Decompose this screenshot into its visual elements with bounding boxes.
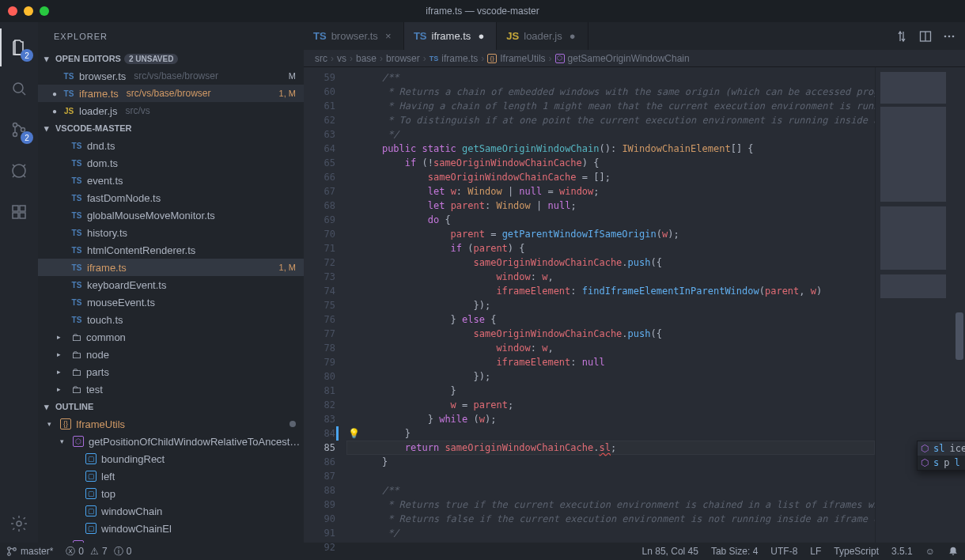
editor-tab[interactable]: TS iframe.ts ● <box>404 22 497 50</box>
file-item[interactable]: TS globalMouseMoveMonitor.ts <box>38 206 304 224</box>
file-name: htmlContentRenderer.ts <box>87 244 195 256</box>
breadcrumb-item[interactable]: TSiframe.ts <box>430 53 479 64</box>
file-item[interactable]: TS htmlContentRenderer.ts <box>38 241 304 259</box>
folder-item[interactable]: ▸ 🗀 parts <box>38 363 304 380</box>
editor-tab[interactable]: JS loader.js ● <box>497 22 588 50</box>
dirty-indicator[interactable]: ● <box>567 30 578 42</box>
symbol-fld-icon: ▢ <box>85 523 96 534</box>
open-editor-item[interactable]: TS browser.ts src/vs/base/browser M <box>38 67 304 85</box>
file-icon: TS <box>71 194 82 202</box>
tab-label: iframe.ts <box>432 30 471 42</box>
chevron-down-icon: ▾ <box>41 402 52 412</box>
activity-settings[interactable] <box>0 505 38 543</box>
minimap[interactable] <box>875 67 954 543</box>
outline-item[interactable]: ▢ boundingRect <box>38 450 304 467</box>
outline-item[interactable]: ▾ ⬡ getSameOriginWindowChain1 <box>38 537 304 543</box>
intellisense-widget[interactable]: ⬡ slice (method) Array.slice(st… ⓘ⬡ spli… <box>917 441 965 471</box>
breadcrumb-item[interactable]: src <box>315 53 327 64</box>
editor-scrollbar[interactable] <box>954 67 965 543</box>
compare-changes-icon[interactable] <box>895 30 908 43</box>
folder-item[interactable]: ▸ 🗀 node <box>38 346 304 363</box>
file-name: touch.ts <box>87 314 123 326</box>
status-eol[interactable]: LF <box>804 543 827 560</box>
file-item[interactable]: TS touch.ts <box>38 311 304 328</box>
file-item[interactable]: TS history.ts <box>38 224 304 241</box>
activity-search[interactable] <box>0 70 38 108</box>
sidebar-title: EXPLORER <box>38 22 304 50</box>
workspace-header[interactable]: ▾ VSCODE-MASTER <box>38 119 304 137</box>
sidebar: EXPLORER ▾ OPEN EDITORS 2 UNSAVED TS bro… <box>38 22 304 543</box>
breadcrumb-item[interactable]: base <box>356 53 377 64</box>
status-encoding[interactable]: UTF-8 <box>764 543 804 560</box>
symbol-name: windowChainEl <box>101 523 172 535</box>
breadcrumb-item[interactable]: browser <box>386 53 420 64</box>
file-icon: TS <box>71 142 82 150</box>
outline-item[interactable]: ▾ {} IframeUtils <box>38 415 304 433</box>
file-name: loader.js <box>79 105 117 117</box>
breadcrumb-item[interactable]: {}IframeUtils <box>487 53 545 64</box>
symbol-mtd-icon: ⬡ <box>73 436 84 447</box>
dirty-indicator[interactable]: ● <box>475 30 486 42</box>
more-actions-icon[interactable] <box>943 30 956 43</box>
suggestion-item[interactable]: ⬡ splice <box>918 456 965 470</box>
code-content[interactable]: /** * Returns a chain of embedded window… <box>346 67 875 543</box>
file-icon: JS <box>63 107 74 115</box>
svg-point-1 <box>13 123 17 127</box>
status-ts-version[interactable]: 3.5.1 <box>885 543 919 560</box>
activity-debug[interactable] <box>0 152 38 190</box>
status-problems[interactable]: ⓧ0 ⚠7 ⓘ0 <box>59 543 138 560</box>
editor-tab[interactable]: TS browser.ts × <box>304 22 404 50</box>
outline-item[interactable]: ▾ ⬡ getPositionOfChildWindowRelativeToAn… <box>38 433 304 450</box>
file-item[interactable]: TS dom.ts <box>38 154 304 172</box>
close-icon[interactable]: × <box>383 30 394 42</box>
file-item[interactable]: TS keyboardEvent.ts <box>38 276 304 293</box>
file-item[interactable]: TS dnd.ts <box>38 137 304 154</box>
status-feedback-icon[interactable]: ☺ <box>919 543 941 560</box>
chevron-icon: ▾ <box>60 437 68 445</box>
lightbulb-icon[interactable]: 💡 <box>348 428 360 439</box>
suggestion-item[interactable]: ⬡ slice (method) Array.slice(st… ⓘ <box>918 441 965 456</box>
svg-rect-6 <box>20 206 25 211</box>
file-name: mouseEvent.ts <box>87 297 155 308</box>
symbol-method-icon: ⬡ <box>921 443 929 454</box>
status-bar: master* ⓧ0 ⚠7 ⓘ0 Ln 85, Col 45 Tab Size:… <box>0 543 965 560</box>
scm-badge: 2 <box>21 131 33 144</box>
chevron-icon: ▾ <box>47 420 55 428</box>
file-item[interactable]: TS fastDomNode.ts <box>38 189 304 206</box>
outline-item[interactable]: ▢ left <box>38 467 304 485</box>
split-editor-icon[interactable] <box>919 30 932 43</box>
outline-item[interactable]: ▢ windowChain <box>38 502 304 520</box>
breadcrumb-item[interactable]: vs <box>337 53 346 64</box>
status-indent[interactable]: Tab Size: 4 <box>705 543 764 560</box>
chevron-right-icon: ▸ <box>57 350 66 358</box>
activity-bar: 2 2 <box>0 22 38 543</box>
outline-header[interactable]: ▾ OUTLINE <box>38 398 304 415</box>
status-cursor[interactable]: Ln 85, Col 45 <box>636 543 705 560</box>
status-bell-icon[interactable] <box>941 543 965 560</box>
file-item[interactable]: TS mouseEvent.ts <box>38 293 304 311</box>
folder-item[interactable]: ▸ 🗀 common <box>38 328 304 346</box>
breadcrumb-item[interactable]: ⬡getSameOriginWindowChain <box>555 53 690 64</box>
file-name: iframe.ts <box>79 88 119 100</box>
file-item[interactable]: TS iframe.ts 1, M <box>38 259 304 276</box>
symbol-fld-icon: ▢ <box>85 453 96 464</box>
open-editor-item[interactable]: ● TS iframe.ts src/vs/base/browser 1, M <box>38 85 304 102</box>
folder-item[interactable]: ▸ 🗀 test <box>38 380 304 398</box>
outline-item[interactable]: ▢ top <box>38 485 304 502</box>
breadcrumbs[interactable]: src›vs›base›browser›TSiframe.ts›{}Iframe… <box>304 50 965 67</box>
status-branch[interactable]: master* <box>0 543 59 560</box>
tab-label: loader.js <box>524 30 562 42</box>
window-title: iframe.ts — vscode-master <box>0 6 965 17</box>
activity-explorer[interactable]: 2 <box>0 28 38 66</box>
editor[interactable]: 5960616263646566676869707172737475767778… <box>304 67 965 543</box>
open-editors-header[interactable]: ▾ OPEN EDITORS 2 UNSAVED <box>38 50 304 67</box>
outline-item[interactable]: ▢ windowChainEl <box>38 520 304 537</box>
activity-scm[interactable]: 2 <box>0 111 38 149</box>
file-item[interactable]: TS event.ts <box>38 172 304 189</box>
svg-point-16 <box>13 548 17 551</box>
status-language[interactable]: TypeScript <box>827 543 885 560</box>
open-editor-item[interactable]: ● JS loader.js src/vs <box>38 102 304 119</box>
folder-icon: 🗀 <box>71 384 81 395</box>
activity-extensions[interactable] <box>0 193 38 231</box>
symbol-cls-icon: {} <box>60 418 71 429</box>
